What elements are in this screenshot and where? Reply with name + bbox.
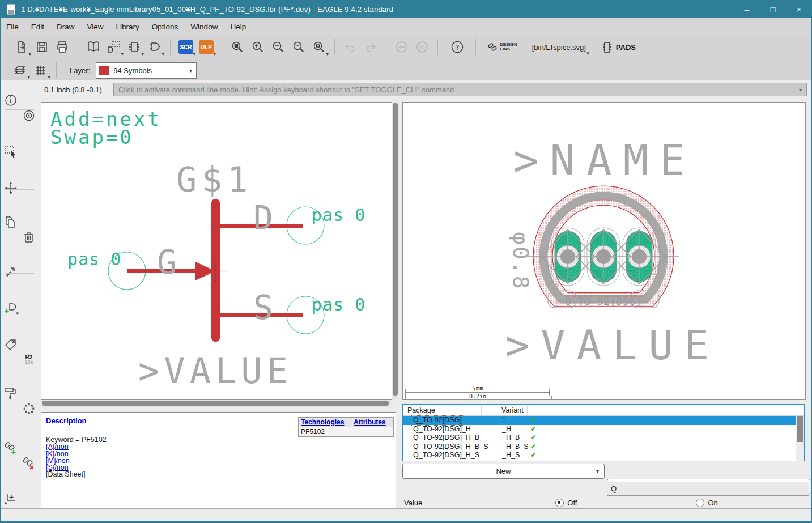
layer-dropdown[interactable]: 94 Symbols [96,62,197,79]
add-part-tool[interactable] [3,300,19,316]
menu-file[interactable]: File [0,23,25,31]
link-add-icon [3,441,18,456]
close-button[interactable]: × [786,0,812,18]
move-tool[interactable] [3,180,19,195]
value-on-radio[interactable] [696,499,704,507]
redo-icon [363,40,378,54]
symbol-editor-canvas[interactable]: Add=next Swap=0 G$1 D G S pas 0 pas 0 pa… [41,102,392,400]
show-tool[interactable] [21,108,37,123]
pads-circle-icon [22,401,36,416]
link-remove-icon [22,457,36,471]
name-tool[interactable] [3,337,19,352]
ltspice-export-button[interactable]: [bin/LTspice.svg] [529,39,589,56]
new-package-button[interactable]: New [402,464,605,479]
menu-library[interactable]: Library [110,23,146,31]
new-drawing-button[interactable] [12,38,31,56]
symbol-value-placeholder: >VALUE [138,350,292,392]
library-button[interactable] [84,38,103,56]
print-button[interactable] [53,38,72,56]
drc-go-button[interactable]: GO [413,38,432,56]
layer-toolbar: Layer: 94 Symbols [0,59,812,81]
menu-window[interactable]: Window [184,23,224,31]
save-button[interactable] [32,38,52,56]
undo-icon [343,40,358,54]
pads-ic-icon [601,40,613,54]
change-tool[interactable] [3,263,19,279]
pads-label: PADS [616,43,636,52]
value-tool[interactable]: R210k [21,352,37,367]
table-row[interactable]: Q_TO-92[DSG]_H_B_S _H_B_S ✔ [403,443,804,452]
design-link-button[interactable]: DESIGNLINK [484,39,521,56]
layer-label: Layer: [70,66,90,75]
symbol-button[interactable] [145,38,164,56]
layer-selected: 94 Symbols [113,66,152,75]
zoom-fit-button[interactable] [228,38,247,56]
device-button[interactable] [104,38,124,56]
value-tool-10k: 10k [25,360,33,365]
pin-name-d: D [253,199,273,237]
grid-button[interactable] [31,61,50,79]
package-button[interactable] [125,38,144,56]
info-tool[interactable] [3,92,19,108]
value-off-radio[interactable] [555,499,564,507]
table-row[interactable]: Q_TO-92[DSG]_H _H ✔ [403,425,804,434]
layers-icon [13,63,28,78]
technology-cell: PF5102 [299,427,351,437]
gate-name-text: G$1 [176,160,253,199]
table-row[interactable]: Q_TO-92[DSG]_H_B _H_B ✔ [403,433,804,443]
command-line-input[interactable]: Click to activate command line mode. Hin… [113,83,807,96]
variant-column-header[interactable]: Variant [501,406,524,414]
name-tag-icon [3,337,18,352]
status-bar [0,508,812,522]
connect-add-tool[interactable] [3,441,19,456]
group-select-tool[interactable] [3,144,19,159]
undo-button[interactable] [341,38,360,56]
technology-tool[interactable] [3,385,19,401]
pads-button[interactable]: PADS [597,39,639,56]
menu-view[interactable]: View [81,23,110,31]
mark-tool[interactable] [3,490,19,505]
package-variant-table[interactable]: Package ˆ Variant Q_TO-92[DSG] '' ✔ Q_TO… [402,404,805,461]
minimize-button[interactable]: – [734,0,760,18]
layer-settings-button[interactable] [11,61,30,79]
menu-help[interactable]: Help [224,23,252,31]
package-table-scrollbar[interactable] [796,416,804,461]
zoom-redraw-button[interactable] [309,38,329,56]
symbol-drawing: Add=next Swap=0 G$1 D G S pas 0 pas 0 pa… [41,103,392,399]
description-link[interactable]: Description [46,416,87,425]
maximize-button[interactable]: □ [760,0,786,18]
redo-button[interactable] [361,38,380,56]
info-icon [3,93,18,108]
attributes-header[interactable]: Attributes [351,418,394,427]
table-row[interactable]: Q_TO-92[DSG]_H_S _H_S ✔ [403,451,804,460]
app-document-icon [7,4,15,15]
design-link-label-2: LINK [500,47,517,52]
copy-tool[interactable] [3,214,19,229]
ulp-badge: ULP [199,40,214,54]
package-column-header[interactable]: Package [407,406,435,414]
resize-grip[interactable] [800,511,800,520]
zoom-select-button[interactable] [289,38,308,56]
technologies-header[interactable]: Technologies [299,418,351,427]
zoom-out-button[interactable] [269,38,288,56]
help-button[interactable]: ? [448,38,467,56]
delete-tool[interactable] [21,229,37,245]
run-script-button[interactable]: SCR [176,38,195,56]
zoom-redraw-icon [312,40,326,54]
package-table-header: Package ˆ Variant [403,405,804,416]
menu-draw[interactable]: Draw [50,23,81,31]
menu-edit[interactable]: Edit [25,23,50,31]
package-variants-tool[interactable] [21,401,37,416]
prefix-value-field[interactable]: Q [607,482,809,496]
move-icon [3,181,18,195]
menu-options[interactable]: Options [146,23,185,31]
symbol-vertical-scrollbar[interactable] [392,102,399,399]
connected-check-icon: ✔ [530,433,536,443]
connect-remove-tool[interactable] [21,456,37,471]
drc-stop-button[interactable] [392,38,411,56]
symbol-horizontal-scrollbar[interactable] [41,400,391,407]
package-preview-canvas[interactable]: >NAME Q_TO-92[DSG] [402,102,806,400]
run-ulp-button[interactable]: ULP [197,38,216,56]
zoom-in-button[interactable] [248,38,267,56]
table-row[interactable]: Q_TO-92[DSG] '' ✔ [403,416,804,425]
